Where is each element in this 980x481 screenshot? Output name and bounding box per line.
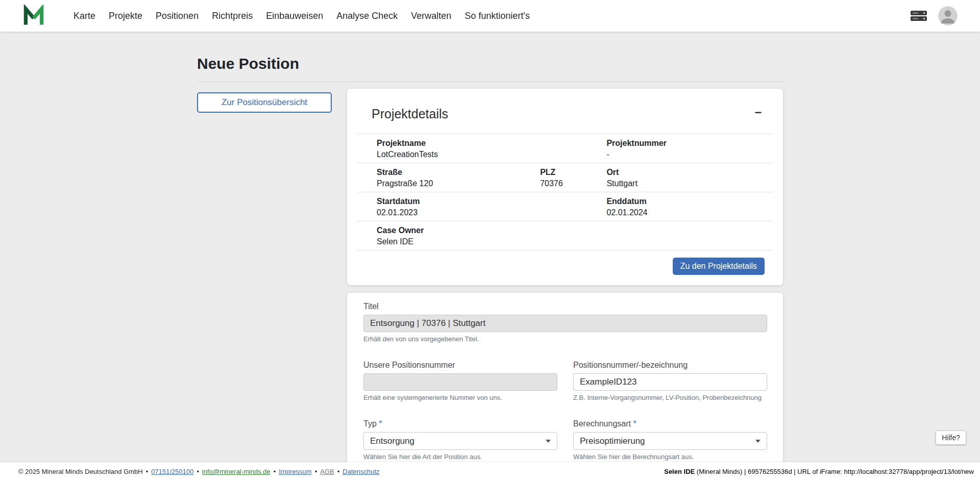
to-project-details-button[interactable]: Zu den Projektdetails [673, 258, 765, 275]
field-label: PLZ [540, 167, 602, 177]
titel-label: Titel [363, 301, 767, 311]
chevron-down-icon [546, 440, 551, 443]
separator: • [315, 468, 317, 475]
separator: • [146, 468, 149, 475]
user-avatar[interactable] [938, 6, 958, 26]
nav-item-verwalten[interactable]: Verwalten [411, 11, 451, 21]
field-value: 70376 [540, 179, 602, 188]
field-case-owner: Case Owner Selen IDE [357, 221, 773, 250]
positionsnummer-input[interactable] [573, 373, 767, 391]
collapse-button[interactable]: – [755, 106, 762, 117]
project-details-card: Projektdetails – Projektname LotCreation… [347, 89, 783, 285]
berechnungsart-label-text: Berechnungsart [573, 419, 631, 428]
datenschutz-link[interactable]: Datenschutz [342, 468, 379, 475]
person-icon [938, 6, 958, 26]
berechnungsart-label: Berechnungsart * [573, 419, 767, 428]
titel-input [363, 315, 767, 332]
session-user: Selen IDE [664, 468, 695, 475]
nav-item-analyse-check[interactable]: Analyse Check [336, 11, 398, 21]
positionsnummer-help: Z.B. Interne-Vorgangsnummer, LV-Position… [573, 394, 767, 401]
unsere-positionsnummer-label: Unsere Positionsnummer [363, 360, 557, 370]
field-label: Enddatum [606, 196, 769, 206]
typ-label: Typ * [363, 419, 557, 428]
positionsnummer-label: Positionsnummer/-bezeichnung [573, 360, 767, 370]
field-label: Projektnummer [606, 138, 769, 148]
field-startdatum: Startdatum 02.01.2023 [357, 192, 606, 221]
nav-item-richtpreis[interactable]: Richtpreis [212, 11, 253, 21]
footer-left: © 2025 Mineral Minds Deutschland GmbH • … [18, 468, 380, 475]
agb-link[interactable]: AGB [320, 468, 334, 475]
typ-selected-value: Entsorgung [370, 436, 414, 446]
required-asterisk: * [633, 419, 636, 428]
berechnungsart-selected-value: Preisoptimierung [580, 436, 645, 446]
field-projektnummer: Projektnummer - [606, 134, 773, 163]
unsere-positionsnummer-group: Unsere Positionsnummer Erhält eine syste… [363, 360, 557, 401]
footer: © 2025 Mineral Minds Deutschland GmbH • … [0, 462, 980, 481]
nav-item-so-funktionierts[interactable]: So funktioniert's [464, 11, 530, 21]
session-details: (Mineral Minds) | 69576255536d | URL of … [695, 468, 974, 475]
field-value: Pragstraße 120 [377, 179, 536, 188]
table-row: Startdatum 02.01.2023 Enddatum 02.01.202… [357, 192, 773, 221]
berechnungsart-help: Wählen Sie hier die Berechnungsart aus. [573, 453, 767, 461]
field-value: Selen IDE [377, 237, 769, 246]
field-label: Projektname [377, 138, 602, 148]
field-strasse: Straße Pragstraße 120 [357, 163, 540, 192]
typ-group: Typ * Entsorgung Wählen Sie hier die Art… [363, 419, 557, 461]
table-row: Case Owner Selen IDE [357, 221, 773, 250]
project-details-title: Projektdetails [372, 106, 448, 121]
separator: • [197, 468, 199, 475]
navbar: Karte Projekte Positionen Richtpreis Ein… [0, 0, 980, 32]
session-debug-info: Selen IDE (Mineral Minds) | 69576255536d… [664, 468, 974, 475]
titel-help: Erhält den von uns vorgegebenen Titel. [363, 335, 767, 343]
left-column: Zur Positionsübersicht [197, 89, 332, 113]
unsere-positionsnummer-input [363, 373, 557, 391]
nav-item-positionen[interactable]: Positionen [156, 11, 199, 21]
position-form-card: Titel Erhält den von uns vorgegebenen Ti… [347, 293, 783, 462]
nav-item-karte[interactable]: Karte [74, 11, 95, 21]
page-title: Neue Position [197, 55, 783, 82]
berechnungsart-group: Berechnungsart * Preisoptimierung Wählen… [573, 419, 767, 461]
phone-link[interactable]: 07151/250100 [151, 468, 193, 475]
unsere-positionsnummer-help: Erhält eine systemgenerierte Nummer von … [363, 394, 557, 401]
field-plz: PLZ 70376 [540, 163, 606, 192]
impressum-link[interactable]: Impressum [279, 468, 311, 475]
field-value: - [606, 149, 769, 159]
berechnungsart-select[interactable]: Preisoptimierung [573, 432, 767, 450]
server-icon[interactable] [911, 10, 927, 21]
field-label: Ort [606, 167, 769, 177]
email-link[interactable]: info@mineral-minds.de [202, 468, 271, 475]
field-enddatum: Enddatum 02.01.2024 [606, 192, 773, 221]
separator: • [274, 468, 276, 475]
main-nav: Karte Projekte Positionen Richtpreis Ein… [74, 11, 530, 21]
help-button[interactable]: Hilfe? [936, 431, 966, 445]
table-row: Projektname LotCreationTests Projektnumm… [357, 134, 773, 163]
field-value: LotCreationTests [377, 149, 602, 159]
typ-help: Wählen Sie hier die Art der Position aus… [363, 453, 557, 461]
typ-select[interactable]: Entsorgung [363, 432, 557, 450]
field-value: 02.01.2023 [377, 208, 602, 217]
mineral-minds-logo-icon [22, 5, 45, 27]
main-content: Neue Position Zur Positionsübersicht Pro… [0, 32, 980, 462]
field-ort: Ort Stuttgart [606, 163, 773, 192]
typ-label-text: Typ [363, 419, 377, 428]
required-asterisk: * [379, 419, 382, 428]
field-label: Startdatum [377, 196, 602, 206]
chevron-down-icon [755, 440, 761, 443]
field-label: Straße [377, 167, 536, 177]
project-details-table: Projektname LotCreationTests Projektnumm… [357, 134, 773, 250]
right-column: Projektdetails – Projektname LotCreation… [347, 89, 783, 462]
field-value: 02.01.2024 [606, 208, 769, 217]
positions-overview-button[interactable]: Zur Positionsübersicht [197, 92, 332, 113]
positionsnummer-group: Positionsnummer/-bezeichnung Z.B. Intern… [573, 360, 767, 401]
field-projektname: Projektname LotCreationTests [357, 134, 606, 163]
nav-item-projekte[interactable]: Projekte [109, 11, 142, 21]
field-value: Stuttgart [606, 179, 769, 188]
nav-item-einbauweisen[interactable]: Einbauweisen [266, 11, 323, 21]
logo[interactable] [22, 5, 45, 27]
field-label: Case Owner [377, 225, 769, 235]
copyright-text: © 2025 Mineral Minds Deutschland GmbH [18, 468, 143, 475]
separator: • [337, 468, 340, 475]
titel-group: Titel Erhält den von uns vorgegebenen Ti… [363, 301, 767, 343]
navbar-right [911, 6, 958, 26]
table-row: Straße Pragstraße 120 PLZ 70376 Ort Stut… [357, 163, 773, 192]
